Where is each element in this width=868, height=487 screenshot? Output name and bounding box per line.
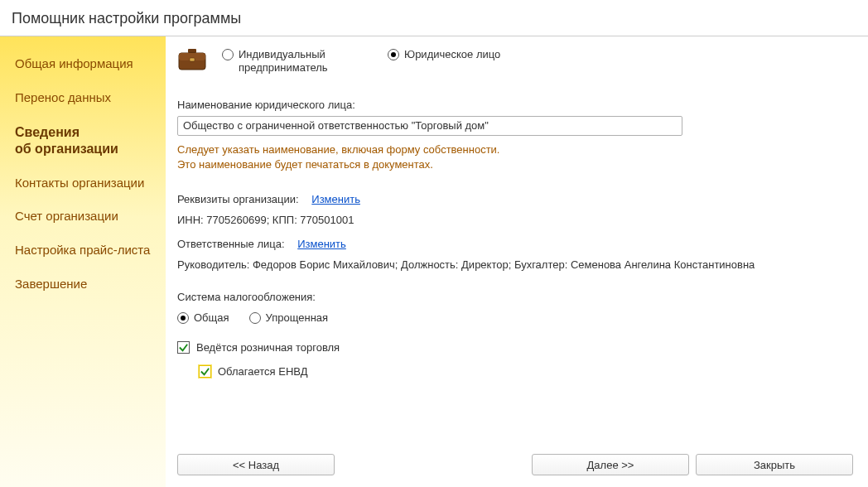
tax-general-label: Общая [194, 311, 229, 325]
window-title: Помощник настройки программы [0, 0, 868, 36]
briefcase-icon [177, 48, 207, 73]
tax-simplified-label: Упрощенная [266, 311, 329, 325]
org-name-input[interactable] [177, 116, 682, 136]
responsibles-summary: Руководитель: Федоров Борис Михайлович; … [177, 258, 853, 271]
org-type-legal-radio[interactable]: Юридическое лицо [388, 48, 500, 61]
next-button[interactable]: Далее >> [532, 454, 689, 475]
sidebar-item-org-details[interactable]: Сведения об организации [0, 116, 166, 167]
requisites-change-link[interactable]: Изменить [311, 193, 360, 205]
retail-checkbox-label: Ведётся розничная торговля [196, 341, 340, 354]
org-type-individual-label: Индивидуальный предприниматель [239, 48, 363, 75]
check-icon [178, 342, 189, 353]
sidebar-item-pricelist-setup[interactable]: Настройка прайс-листа [0, 234, 166, 268]
sidebar-item-org-account[interactable]: Счет организации [0, 200, 166, 234]
main-panel: Индивидуальный предприниматель Юридическ… [166, 36, 868, 487]
check-icon [200, 366, 210, 377]
sidebar-item-general-info[interactable]: Общая информация [0, 48, 166, 82]
tax-simplified-radio[interactable]: Упрощенная [249, 311, 329, 325]
retail-checkbox[interactable] [177, 341, 190, 354]
sidebar-item-data-transfer[interactable]: Перенос данных [0, 82, 166, 116]
radio-icon [388, 49, 399, 60]
envd-checkbox-label: Облагается ЕНВД [218, 365, 307, 378]
org-name-hint: Следует указать наименование, включая фо… [177, 142, 853, 174]
org-type-legal-label: Юридическое лицо [404, 48, 500, 61]
radio-icon [249, 312, 261, 324]
org-type-individual-radio[interactable]: Индивидуальный предприниматель [222, 48, 363, 75]
radio-icon [177, 312, 189, 324]
sidebar-item-org-contacts[interactable]: Контакты организации [0, 167, 166, 201]
responsibles-label: Ответственные лица: [177, 238, 285, 250]
envd-checkbox[interactable] [199, 365, 211, 378]
org-name-label: Наименование юридического лица: [177, 99, 853, 111]
responsibles-change-link[interactable]: Изменить [297, 238, 346, 250]
back-button[interactable]: << Назад [177, 454, 335, 475]
inn-kpp-line: ИНН: 7705260699; КПП: 770501001 [177, 214, 853, 226]
close-button[interactable]: Закрыть [696, 454, 853, 475]
wizard-footer: << Назад Далее >> Закрыть [177, 454, 853, 475]
tax-general-radio[interactable]: Общая [177, 311, 229, 325]
wizard-sidebar: Общая информация Перенос данных Сведения… [0, 36, 166, 487]
tax-system-label: Система налогообложения: [177, 291, 853, 303]
requisites-label: Реквизиты организации: [177, 193, 299, 205]
sidebar-item-finish[interactable]: Завершение [0, 268, 166, 302]
svg-rect-4 [190, 58, 195, 61]
radio-icon [222, 49, 234, 60]
